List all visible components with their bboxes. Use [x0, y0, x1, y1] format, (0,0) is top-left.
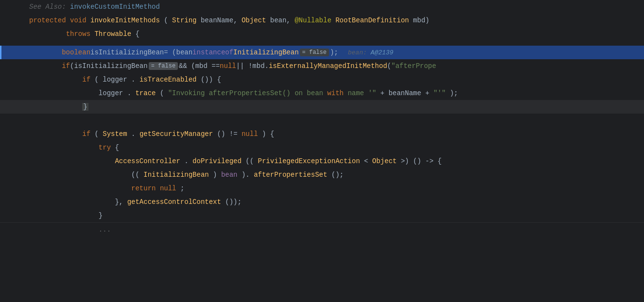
- throwable-type: Throwable: [94, 30, 131, 38]
- init-bean-cast-type: InitializingBean: [143, 171, 209, 179]
- debug-value: A@2139: [371, 49, 394, 56]
- access-controller-class: AccessController: [115, 157, 180, 165]
- null-return: null: [160, 185, 176, 192]
- logger-obj: logger: [103, 76, 127, 84]
- debug-label: bean:: [348, 49, 367, 56]
- close-ac-indent: [29, 198, 111, 206]
- partial-line: ...: [0, 222, 644, 236]
- see-also-content: See Also: invokeCustomInitMethod: [24, 3, 644, 11]
- init-bean-cast-line: (( InitializingBean ) bean ). afterPrope…: [0, 168, 644, 182]
- or-rest: || !mbd.: [236, 62, 269, 70]
- close-brace-bracket: }: [82, 103, 88, 111]
- initbean-type: InitializingBean: [233, 49, 298, 56]
- cast-indent: [29, 171, 127, 179]
- paren-open-logger: (: [94, 76, 98, 84]
- logger-trace-line: logger . trace ( "Invoking afterProperti…: [0, 86, 644, 100]
- close-access-line: }, getAccessControlContext ());: [0, 195, 644, 209]
- bean-var: bean: [176, 49, 192, 56]
- false-badge-2: = false: [149, 62, 178, 70]
- close-try-indent: [29, 212, 94, 219]
- after-props-end: ();: [331, 171, 344, 179]
- close-ac-parens: ());: [225, 198, 242, 206]
- trace-paren: (: [160, 89, 164, 97]
- if-trace-line: if ( logger . isTraceEnabled ()) {: [0, 73, 644, 86]
- close-indent: [29, 103, 78, 111]
- dot1: .: [131, 76, 135, 84]
- method-signature-content: protected void invokeInitMethods ( Strin…: [24, 17, 644, 24]
- partial-content: ...: [24, 226, 644, 234]
- boolean-line: boolean isInitializingBean = ( bean inst…: [0, 46, 644, 59]
- method-signature-line: protected void invokeInitMethods ( Strin…: [0, 14, 644, 27]
- if-keyword-3: if: [82, 130, 90, 138]
- throws-content: throws Throwable {: [24, 30, 644, 38]
- paren-open-sys: (: [94, 130, 98, 138]
- see-also-label: See Also:: [29, 3, 66, 11]
- blank-line-1: [0, 41, 644, 46]
- throws-line: throws Throwable {: [0, 27, 644, 41]
- if-indent: [29, 62, 62, 70]
- throws-indent: [29, 30, 62, 38]
- null-kw: null: [220, 62, 236, 70]
- after-props-method: afterPropertiesSet: [254, 171, 327, 179]
- if-security-line: if ( System . getSecurityManager () != n…: [0, 127, 644, 141]
- ac-paren: ((: [245, 157, 254, 165]
- close-access-content: }, getAccessControlContext ());: [24, 198, 644, 206]
- object-type: Object: [242, 17, 266, 24]
- dot2: .: [127, 89, 131, 97]
- protected-keyword: protected: [29, 17, 66, 24]
- equals-op: = (: [164, 49, 176, 56]
- dot3: .: [131, 130, 135, 138]
- dot4: .: [184, 157, 188, 165]
- if-paren-open: (: [70, 62, 74, 70]
- logger-obj-2: logger: [99, 89, 123, 97]
- debug-hint: bean: A@2139: [348, 49, 394, 56]
- param-beanname: beanName,: [201, 17, 242, 24]
- generic-open: <: [364, 157, 368, 165]
- close-brace-line: }: [0, 100, 644, 114]
- isinit-var: isInitializingBean: [90, 49, 164, 56]
- generic-close: >) () -> {: [401, 157, 442, 165]
- close-brace-content: }: [24, 103, 644, 111]
- if-trace-content: if ( logger . isTraceEnabled ()) {: [24, 76, 644, 84]
- close-cast-paren: ).: [242, 171, 250, 179]
- security-parens: () !=: [217, 130, 242, 138]
- is-ext-method: isExternallyManagedInitMethod: [269, 62, 387, 70]
- code-editor: See Also: invokeCustomInitMethod protect…: [0, 0, 644, 302]
- if-keyword-2: if: [82, 76, 90, 84]
- close-try-brace: }: [99, 212, 103, 219]
- quote-after-prope: (: [387, 62, 391, 70]
- concat-op2: +: [425, 89, 434, 97]
- isinit-var-2: isInitializingBean: [74, 62, 147, 70]
- is-trace-method: isTraceEnabled: [139, 76, 197, 84]
- rootbeandefinition-type: RootBeanDefinition: [335, 17, 409, 24]
- close-paren-semi: );: [330, 49, 338, 56]
- see-also-link[interactable]: invokeCustomInitMethod: [70, 3, 160, 11]
- system-class: System: [103, 130, 127, 138]
- ac-indent: [29, 157, 111, 165]
- partial-indent: [29, 226, 94, 234]
- try-indent: [29, 144, 94, 151]
- access-controller-line: AccessController . doPrivileged (( Privi…: [0, 154, 644, 168]
- bean-var-cast: bean: [221, 171, 238, 179]
- trace-str2: name '": [348, 89, 376, 97]
- security-brace: ) {: [262, 130, 274, 138]
- cast-close: ): [213, 171, 217, 179]
- paren1: (: [164, 17, 168, 24]
- if-security-content: if ( System . getSecurityManager () != n…: [24, 130, 644, 138]
- false-badge: = false: [300, 49, 329, 56]
- return-null-content: return null ;: [24, 185, 644, 192]
- close-trace: );: [450, 89, 458, 97]
- string-type: String: [172, 17, 196, 24]
- trace-indent: [29, 76, 78, 84]
- partial-dots: ...: [99, 226, 111, 234]
- nullable-annotation: @Nullable: [295, 17, 331, 24]
- param-bean: bean,: [270, 17, 295, 24]
- instanceof-keyword: instanceof: [192, 49, 233, 56]
- try-line: try {: [0, 141, 644, 154]
- trace-str1: "Invoking afterPropertiesSet() on bean: [168, 89, 328, 97]
- beanname-var: beanName: [388, 89, 421, 97]
- current-line-marker: [0, 46, 1, 59]
- trace-str3: "'": [434, 89, 446, 97]
- init-bean-cast-content: (( InitializingBean ) bean ). afterPrope…: [24, 171, 644, 179]
- do-privileged-method: doPrivileged: [192, 157, 242, 165]
